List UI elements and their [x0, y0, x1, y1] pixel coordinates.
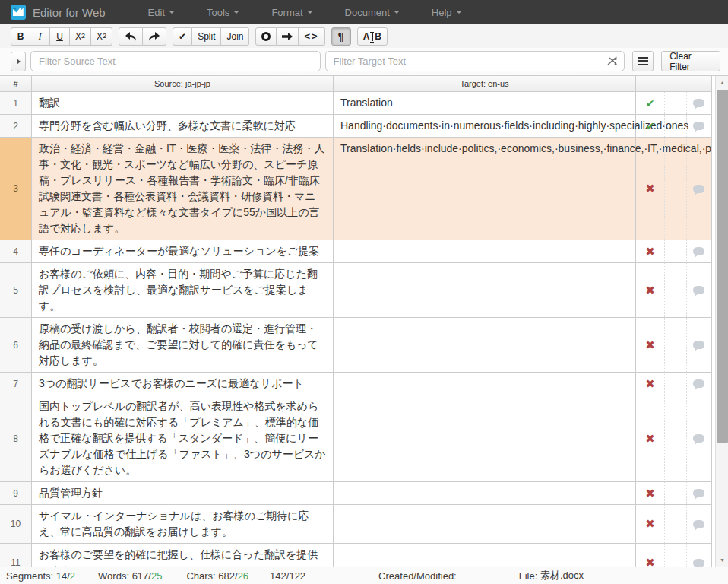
redo-button[interactable] [143, 27, 166, 46]
source-cell-text: 原稿の受け渡しから、翻訳者・校閲者の選定・進行管理・納品の最終確認まで、ご要望に… [39, 322, 318, 367]
target-cell[interactable] [334, 482, 636, 504]
comment-bubble-icon[interactable] [693, 434, 704, 443]
table-row: 2 専門分野を含む幅広い分野、多様な文書に柔軟に対応 Handling·docu… [0, 115, 711, 138]
comment-bubble-icon[interactable] [693, 247, 704, 256]
source-cell[interactable]: サイマル・インターナショナルは、お客様のご期待に応え、常に高品質の翻訳をお届けし… [32, 505, 334, 543]
insert-tag-button[interactable] [277, 27, 299, 46]
target-cell[interactable] [334, 395, 636, 481]
row-status-cell: ✖ [636, 318, 711, 372]
source-cell[interactable]: 専門分野を含む幅広い分野、多様な文書に柔軟に対応 [32, 115, 334, 137]
segment-status-icon[interactable]: ✔ [646, 120, 655, 132]
expand-filter-button[interactable] [11, 52, 26, 71]
chevron-down-icon [307, 11, 313, 14]
source-cell[interactable]: 翻訳 [32, 92, 334, 114]
scroll-down-button[interactable]: ▼ [716, 554, 728, 567]
comment-bubble-icon[interactable] [693, 379, 704, 388]
target-cell[interactable] [334, 373, 636, 395]
target-cell[interactable]: Handling·documents·in·numerous·fields·in… [334, 115, 636, 137]
segment-status-icon[interactable]: ✖ [645, 432, 655, 446]
segment-status-icon[interactable]: ✔ [646, 97, 655, 110]
menu-document-label: Document [345, 7, 390, 18]
segment-status-icon[interactable]: ✖ [645, 487, 655, 500]
italic-button[interactable]: I [30, 27, 50, 46]
target-cell[interactable]: Translation·fields·include·politics,·eco… [334, 138, 636, 240]
segment-status-icon[interactable]: ✖ [645, 182, 655, 195]
segment-list-options-button[interactable] [632, 51, 654, 71]
table-row: 3 政治・経済・経営・金融・IT・医療・医薬・法律・法務・人事・文化・観光・スポ… [0, 138, 711, 240]
source-cell[interactable]: 3つの翻訳サービスでお客様のニーズに最適なサポート [32, 373, 334, 395]
segment-status-icon[interactable]: ✖ [645, 245, 655, 259]
target-cell[interactable] [334, 240, 636, 262]
filter-swap-icon[interactable] [606, 56, 619, 67]
undo-arrow-icon [125, 31, 137, 41]
row-number: 3 [0, 138, 32, 240]
expand-tags-button[interactable]: <> [299, 27, 324, 46]
confirm-segment-button[interactable]: ✔ [173, 27, 192, 46]
subscript-base: X [75, 32, 81, 41]
menu-help[interactable]: Help [429, 2, 465, 23]
split-button[interactable]: Split [192, 27, 221, 46]
segment-action-group: ✔ Split Join [173, 27, 249, 46]
vertical-scrollbar[interactable]: ▲ ▼ [715, 76, 728, 567]
words-confirmed-count: 25 [151, 570, 162, 582]
target-cell[interactable] [334, 318, 636, 372]
segment-status-icon[interactable]: ✖ [645, 517, 655, 531]
menu-edit[interactable]: Edit [145, 2, 178, 23]
side-by-side-button[interactable]: AB [357, 27, 388, 46]
segment-table: # Source: ja-jp-jp Target: en-us 1 翻訳 Tr… [0, 76, 712, 567]
row-status-cell: ✖ [636, 482, 711, 504]
source-cell[interactable]: 専任のコーディネーターが最適なソリューションをご提案 [32, 240, 334, 262]
row-number: 1 [0, 92, 32, 114]
target-cell[interactable] [334, 505, 636, 543]
column-header-status [636, 76, 711, 91]
target-cell[interactable]: Translation [334, 92, 636, 114]
join-button[interactable]: Join [221, 27, 249, 46]
comment-bubble-icon[interactable] [693, 520, 704, 528]
target-filter-input[interactable] [325, 51, 625, 71]
chars-count: Chars: 682/26 [186, 570, 248, 582]
menu-tools[interactable]: Tools [204, 2, 242, 23]
segment-rows: 1 翻訳 Translation ✔ 2 専門分野を含む幅広い分野、多様な文書に… [0, 92, 711, 567]
target-cell[interactable] [334, 544, 636, 567]
source-filter-input[interactable] [30, 51, 321, 71]
source-cell-text: お客様のご依頼に、内容・目的・期間やご予算に応じた翻訳プロセスを検討し、最適な翻… [39, 268, 318, 312]
target-cell[interactable] [334, 263, 636, 317]
scroll-up-button[interactable]: ▲ [716, 76, 728, 89]
row-number: 9 [0, 482, 32, 504]
comment-bubble-icon[interactable] [693, 341, 704, 349]
source-cell[interactable]: お客様のご依頼に、内容・目的・期間やご予算に応じた翻訳プロセスを検討し、最適な翻… [32, 263, 334, 317]
segment-status-icon[interactable]: ✖ [645, 338, 655, 352]
source-cell[interactable]: お客様のご要望を的確に把握し、仕様に合った翻訳を提供します。 [32, 544, 334, 567]
segment-status-icon[interactable]: ✖ [645, 556, 655, 567]
source-cell[interactable]: 品質管理方針 [32, 482, 334, 504]
comment-bubble-icon[interactable] [693, 185, 704, 193]
comment-bubble-icon[interactable] [693, 122, 704, 130]
row-number: 7 [0, 373, 32, 395]
scrollbar-thumb[interactable] [717, 90, 728, 443]
hamburger-icon [638, 57, 648, 59]
superscript-base: X [97, 32, 103, 41]
source-cell[interactable]: 国内トップレベルの翻訳者が、高い表現性や格式を求められる文書にも的確に対応する「… [32, 395, 334, 481]
clear-filter-button[interactable]: Clear Filter [661, 51, 720, 71]
underline-button[interactable]: U [50, 27, 70, 46]
source-cell[interactable]: 原稿の受け渡しから、翻訳者・校閲者の選定・進行管理・納品の最終確認まで、ご要望に… [32, 318, 334, 372]
show-whitespace-button[interactable]: ¶ [331, 27, 351, 46]
circle-icon [261, 32, 271, 41]
comment-bubble-icon[interactable] [693, 286, 704, 294]
segment-status-icon[interactable]: ✖ [645, 377, 655, 391]
subscript-button[interactable]: X2 [70, 27, 91, 46]
status-bar: Segments: 14/2 Words: 617/25 Chars: 682/… [0, 567, 728, 584]
comment-bubble-icon[interactable] [693, 489, 704, 497]
bold-button[interactable]: B [11, 27, 30, 46]
segment-status-icon[interactable]: ✖ [645, 284, 655, 297]
menu-document[interactable]: Document [342, 2, 403, 23]
superscript-button[interactable]: X2 [91, 27, 112, 46]
row-status-cell: ✖ [636, 138, 711, 240]
chevron-down-icon [233, 11, 239, 14]
source-cell[interactable]: 政治・経済・経営・金融・IT・医療・医薬・法律・法務・人事・文化・観光・スポーツ… [32, 138, 334, 240]
menu-format[interactable]: Format [268, 2, 315, 23]
undo-button[interactable] [119, 27, 143, 46]
copy-source-button[interactable] [255, 27, 277, 46]
comment-bubble-icon[interactable] [693, 559, 704, 567]
comment-bubble-icon[interactable] [693, 99, 704, 107]
